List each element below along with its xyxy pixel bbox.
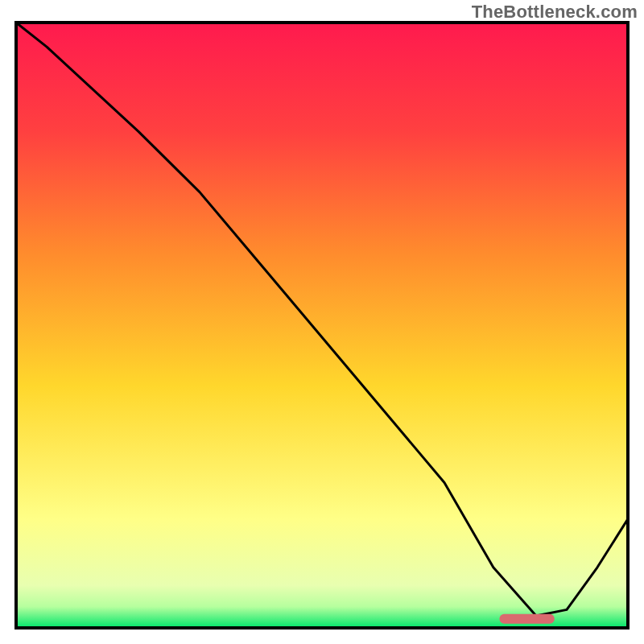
bottleneck-chart xyxy=(0,0,644,644)
optimal-range-marker xyxy=(499,614,554,624)
gradient-background xyxy=(16,23,628,628)
watermark-text: TheBottleneck.com xyxy=(472,2,638,23)
plot-area xyxy=(16,23,628,628)
chart-container: TheBottleneck.com xyxy=(0,0,644,644)
